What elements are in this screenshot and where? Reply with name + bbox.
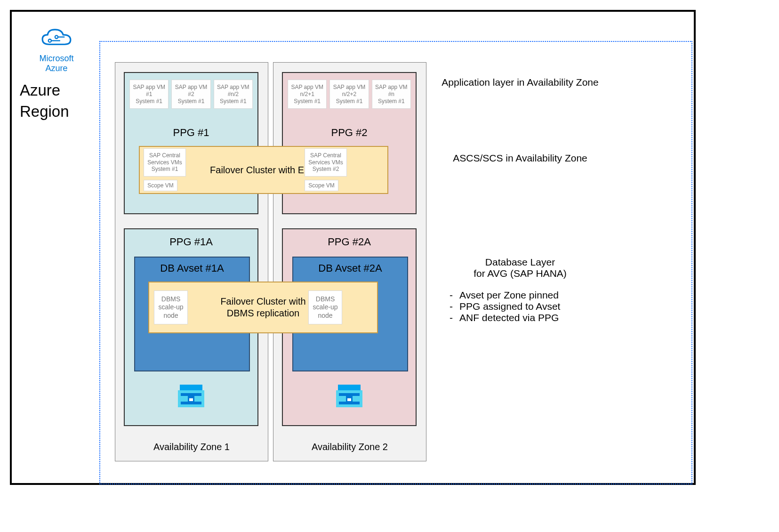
dbms-node-z1: DBMS scale-up node xyxy=(154,290,188,324)
vm-line: System #1 xyxy=(172,98,210,105)
sap-app-vm-n21: SAP app VM n/2+1 System #1 xyxy=(288,80,327,109)
db-bullet-3: ANF detected via PPG xyxy=(450,312,605,323)
svg-rect-4 xyxy=(180,385,202,390)
availability-zone-2: SAP app VM n/2+1 System #1 SAP app VM n/… xyxy=(273,62,426,461)
svc-line: SAP Central xyxy=(305,152,346,159)
annotation-db-layer: Database Layer for AVG (SAP HANA) Avset … xyxy=(435,257,605,323)
vm-line: System #1 xyxy=(372,98,410,105)
db-avset-2a-label: DB Avset #2A xyxy=(293,262,407,274)
svc-line: Services VMs xyxy=(305,159,346,166)
scope-vm-1: Scope VM xyxy=(144,180,177,191)
az1-label: Availability Zone 1 xyxy=(115,442,268,452)
vm-line: n/2+1 xyxy=(288,91,326,98)
svg-point-0 xyxy=(48,39,51,42)
failover-db-label-2: DBMS replication xyxy=(220,307,305,319)
vm-line: #n xyxy=(372,91,410,98)
svc-line: System #1 xyxy=(144,166,185,172)
vm-line: #2 xyxy=(172,91,210,98)
vm-line: SAP app VM xyxy=(288,84,326,91)
svg-rect-9 xyxy=(189,398,193,401)
db-title-line1: Database Layer xyxy=(435,257,605,268)
dbms-line: node xyxy=(309,312,342,320)
dbms-line: DBMS xyxy=(309,295,342,304)
sap-central-services-vm-2: SAP Central Services VMs System #2 xyxy=(305,148,347,177)
vm-row-z2: SAP app VM n/2+1 System #1 SAP app VM n/… xyxy=(288,80,411,109)
sap-app-vm-n: SAP app VM #n System #1 xyxy=(372,80,411,109)
vm-line: #1 xyxy=(130,91,168,98)
db-title-line2: for AVG (SAP HANA) xyxy=(435,268,605,279)
vm-line: #n/2 xyxy=(214,91,252,98)
ppg-2a-label: PPG #2A xyxy=(283,236,416,248)
logo-text-2: Azure xyxy=(31,64,82,73)
azure-logo: Microsoft Azure xyxy=(31,26,82,73)
vm-line: SAP app VM xyxy=(172,84,210,91)
sap-central-services-vm-1: SAP Central Services VMs System #1 xyxy=(144,148,186,177)
dbms-line: scale-up xyxy=(154,303,187,312)
dbms-node-z2: DBMS scale-up node xyxy=(308,290,342,324)
sap-app-vm-n2: SAP app VM #n/2 System #1 xyxy=(214,80,253,109)
ppg-1-label: PPG #1 xyxy=(125,127,257,139)
failover-db-label-1: Failover Cluster with xyxy=(220,296,305,307)
vm-line: SAP app VM xyxy=(130,84,168,91)
vm-line: SAP app VM xyxy=(372,84,410,91)
annotation-ascs: ASCS/SCS in Availability Zone xyxy=(435,153,605,164)
svc-line: System #2 xyxy=(305,166,346,172)
availability-zone-1: SAP app VM #1 System #1 SAP app VM #2 Sy… xyxy=(115,62,268,461)
db-bullet-1: Avset per Zone pinned xyxy=(450,290,605,301)
cloud-icon xyxy=(38,26,75,52)
vm-line: System #1 xyxy=(288,98,326,105)
svg-rect-10 xyxy=(338,385,361,390)
svg-rect-15 xyxy=(347,398,351,401)
az2-label: Availability Zone 2 xyxy=(273,442,426,452)
db-bullet-2: PPG assigned to Avset xyxy=(450,301,605,312)
sap-app-vm-2: SAP app VM #2 System #1 xyxy=(171,80,210,109)
logo-text-1: Microsoft xyxy=(31,54,82,64)
vm-line: System #1 xyxy=(330,98,368,105)
storage-icon xyxy=(336,385,362,407)
vm-line: n/2+2 xyxy=(330,91,368,98)
svg-point-2 xyxy=(55,35,58,38)
svg-rect-12 xyxy=(339,393,360,396)
storage-icon xyxy=(178,385,204,407)
scope-vm-2: Scope VM xyxy=(305,180,338,191)
db-avset-1a-label: DB Avset #1A xyxy=(135,262,249,274)
diagram-frame: Microsoft Azure Azure Region SAP app VM … xyxy=(10,10,696,485)
svc-line: Services VMs xyxy=(144,159,185,166)
svc-line: SAP Central xyxy=(144,152,185,159)
failover-ers-label: Failover Cluster with ERS xyxy=(210,165,317,176)
sap-app-vm-1: SAP app VM #1 System #1 xyxy=(129,80,169,109)
sap-app-vm-n22: SAP app VM n/2+2 System #1 xyxy=(329,80,369,109)
ppg-1a-label: PPG #1A xyxy=(125,236,257,248)
dbms-line: DBMS xyxy=(154,295,187,304)
vm-row-z1: SAP app VM #1 System #1 SAP app VM #2 Sy… xyxy=(129,80,253,109)
vm-line: SAP app VM xyxy=(330,84,368,91)
vm-line: System #1 xyxy=(214,98,252,105)
annotation-app-layer: Application layer in Availability Zone xyxy=(435,77,605,88)
dbms-line: scale-up xyxy=(309,303,342,312)
svg-rect-6 xyxy=(181,393,201,396)
ppg-2-label: PPG #2 xyxy=(283,127,416,139)
vm-line: System #1 xyxy=(130,98,168,105)
region-label: Azure Region xyxy=(20,80,100,122)
dbms-line: node xyxy=(154,312,187,320)
vm-line: SAP app VM xyxy=(214,84,252,91)
